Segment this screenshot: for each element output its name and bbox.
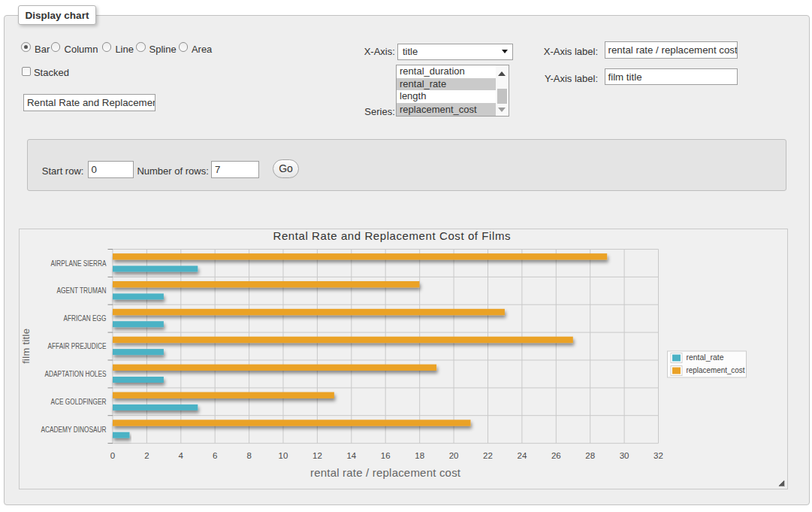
svg-text:film title: film title [20,329,32,364]
svg-text:rental_rate: rental_rate [686,353,723,362]
svg-text:Rental Rate and Replacement Co: Rental Rate and Replacement Cost of Film… [273,229,510,242]
svg-text:10: 10 [278,451,288,460]
svg-text:30: 30 [619,451,629,460]
svg-text:4: 4 [178,451,183,460]
svg-text:16: 16 [380,451,390,460]
svg-text:ACADEMY DINOSAUR: ACADEMY DINOSAUR [41,426,106,434]
svg-text:26: 26 [551,451,560,460]
svg-text:0: 0 [110,451,114,460]
svg-text:24: 24 [517,451,527,460]
svg-text:replacement_cost: replacement_cost [686,365,744,374]
svg-text:AIRPLANE SIERRA: AIRPLANE SIERRA [50,259,106,268]
svg-text:12: 12 [312,451,322,460]
svg-text:ACE GOLDFINGER: ACE GOLDFINGER [50,398,106,406]
svg-text:18: 18 [415,451,424,460]
svg-text:AFRICAN EGG: AFRICAN EGG [63,314,106,323]
svg-text:AFFAIR PREJUDICE: AFFAIR PREJUDICE [47,342,106,350]
svg-text:28: 28 [585,451,595,460]
svg-text:32: 32 [654,451,663,460]
svg-text:22: 22 [483,451,493,460]
svg-text:ADAPTATION HOLES: ADAPTATION HOLES [44,370,106,378]
svg-text:14: 14 [346,451,356,460]
svg-text:2: 2 [144,451,149,460]
svg-text:20: 20 [448,451,458,460]
svg-text:rental rate / replacement cost: rental rate / replacement cost [310,466,461,479]
svg-text:6: 6 [212,451,216,460]
svg-text:8: 8 [246,451,251,460]
svg-text:AGENT TRUMAN: AGENT TRUMAN [56,286,106,295]
